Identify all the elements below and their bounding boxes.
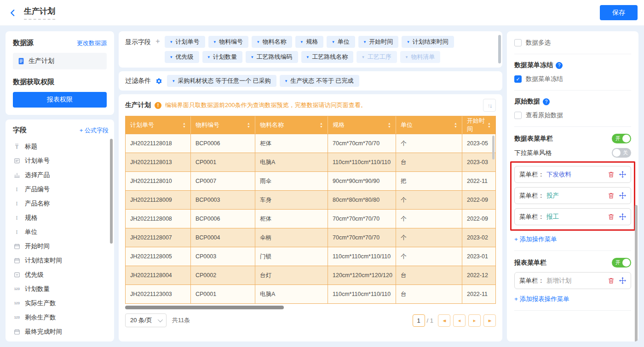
sort-carets-icon[interactable]: ▲▼ [320,122,323,128]
main-column: 显示字段 + ▾计划单号▾物料编号▾物料名称▾规格▾单位▾开始时间▾计划结束时间… [119,31,502,341]
help-icon[interactable]: ? [543,98,550,105]
menu-bar-item[interactable]: 菜单栏：报工 [514,208,631,225]
table-row[interactable]: JH20221128010CP0007雨伞90cm*90cm*90/90把202… [126,171,495,190]
add-formula-field-link[interactable]: + 公式字段 [80,126,109,135]
back-button[interactable] [6,6,19,19]
sort-carets-icon[interactable]: ▲▼ [247,122,250,128]
table-row[interactable]: JH20221128004CP0002台灯120cm*120cm*120/120… [126,266,495,284]
display-panel-scrollbar[interactable] [498,35,501,63]
field-item[interactable]: I规格 [13,210,109,225]
fields-scrollbar[interactable] [110,139,113,244]
table-row[interactable]: JH20221128018BCP0006柜体70cm*70cm*70/70个20… [126,134,495,153]
field-item[interactable]: I产品名称 [13,196,109,210]
menu-bar-name[interactable]: 投产 [546,192,559,200]
move-icon[interactable] [619,171,626,178]
column-header[interactable]: 物料编号▲▼ [191,116,255,134]
filter-condition-tag[interactable]: ▾生产状态 不等于 已完成 [280,75,359,87]
field-item[interactable]: 选择产品 [13,168,109,182]
table-vertical-scrollbar[interactable] [492,136,494,159]
display-field-tag[interactable]: ▾物料编号 [208,36,249,48]
current-page-box[interactable]: 1 [413,314,425,327]
last-page-button[interactable]: ▸▸ [483,314,496,327]
field-item[interactable]: 计划单号 [13,154,109,168]
field-item[interactable]: T标题 [13,139,109,154]
table-row[interactable]: JH20221128013CP0001电脑A110cm*110cm*110/11… [126,153,495,171]
trash-icon[interactable] [608,213,615,220]
field-item-label: 实际生产数 [25,299,56,307]
datasource-item[interactable]: 生产计划 [13,53,107,69]
report-permission-button[interactable]: 报表权限 [13,92,107,108]
display-field-tag[interactable]: ▾物料清单 [400,51,441,63]
menu-bar-item[interactable]: 菜单栏：投产 [514,187,631,204]
menu-bar-item[interactable]: 菜单栏：新增计划 [514,272,631,289]
display-field-tag[interactable]: ▾计划结束时间 [402,36,454,48]
first-page-button[interactable]: ◂◂ [438,314,450,327]
sort-carets-icon[interactable]: ▲▼ [454,122,457,128]
table-row[interactable]: JH20221128008BCP0006柜体70cm*70cm*70/70个20… [126,209,495,228]
next-page-button[interactable]: ▸ [468,314,481,327]
field-item[interactable]: 123实际生产数 [13,296,109,310]
table-row[interactable]: JH20221128009BCP0003车身80cm*80cm*80/80个20… [126,190,495,209]
field-item[interactable]: I产品编号 [13,182,109,196]
report-menu-toggle[interactable]: 开 [612,258,631,267]
sort-order-button[interactable]: ↑↓ [483,99,496,112]
field-item[interactable]: 计划结束时间 [13,253,109,267]
column-header[interactable]: 单位▲▼ [396,116,462,134]
column-header[interactable]: 规格▲▼ [328,116,396,134]
display-field-tag[interactable]: ▾工艺工序 [356,51,397,63]
sort-carets-icon[interactable]: ▲▼ [183,122,186,128]
column-header[interactable]: 开始时间▲▼ [462,116,495,134]
add-action-menu-link[interactable]: + 添加操作菜单 [514,235,557,244]
settings-scrollbar[interactable] [635,205,638,341]
filter-condition-tag[interactable]: ▾采购耗材状态 等于任意一个 已采购 [167,75,276,87]
field-item[interactable]: 开始时间 [13,239,109,253]
display-field-tag[interactable]: ▾开始时间 [358,36,399,48]
trash-icon[interactable] [608,277,615,284]
raw-data-checkbox[interactable] [514,112,522,119]
dropdown-style-toggle[interactable]: 关 [612,148,631,158]
save-button[interactable]: 保存 [600,5,638,20]
freeze-checkbox[interactable] [514,75,522,83]
field-item[interactable]: 优先级 [13,267,109,282]
display-field-tag[interactable]: ▾单位 [327,36,355,48]
move-icon[interactable] [619,277,626,284]
field-item[interactable]: 123剩余生产数 [13,310,109,324]
display-field-tag[interactable]: ▾优先级 [165,51,199,63]
sort-carets-icon[interactable]: ▲▼ [388,122,391,128]
table-row[interactable]: JH20221123003CP0001电脑A110cm*110cm*110/11… [126,284,495,303]
menu-bar-name[interactable]: 报工 [546,213,559,221]
move-icon[interactable] [619,192,626,199]
field-item[interactable]: I备注 [13,339,109,341]
trash-icon[interactable] [608,192,615,199]
menu-bar-name[interactable]: 新增计划 [546,277,571,285]
display-field-tag[interactable]: ▾工艺路线名称 [301,51,354,63]
multi-select-checkbox[interactable] [514,39,522,46]
field-item[interactable]: 123计划数量 [13,282,109,296]
page-size-select[interactable]: 20 条/页 [125,313,167,327]
table-row[interactable]: JH20221128005CP0003门锁110cm*110cm*110/110… [126,247,495,266]
add-report-menu-link[interactable]: + 添加报表操作菜单 [514,295,569,303]
field-item[interactable]: 最终完成时间 [13,324,109,339]
trash-icon[interactable] [608,171,615,178]
table-row[interactable]: JH20221128007BCP0004伞柄70cm*70cm*70/70个20… [126,228,495,247]
help-icon[interactable]: ? [556,62,563,69]
column-header[interactable]: 物料名称▲▼ [255,116,328,134]
document-icon [17,57,25,65]
add-display-field-button[interactable]: + [155,37,161,63]
horizontal-scrollbar[interactable] [125,306,284,309]
display-field-tag[interactable]: ▾工艺路线编码 [246,51,298,63]
sort-carets-icon[interactable]: ▲▼ [488,122,491,128]
gear-icon[interactable] [155,78,162,85]
column-header[interactable]: 计划单号▲▼ [126,116,191,134]
table-menu-toggle[interactable]: 开 [612,134,631,143]
display-field-tag[interactable]: ▾计划数量 [202,51,243,63]
menu-bar-item[interactable]: 菜单栏：下发收料 [514,166,631,183]
menu-bar-name[interactable]: 下发收料 [546,171,571,179]
field-item[interactable]: I单位 [13,225,109,239]
display-field-tag[interactable]: ▾物料名称 [252,36,292,48]
display-field-tag[interactable]: ▾规格 [295,36,324,48]
display-field-tag[interactable]: ▾计划单号 [165,36,205,48]
prev-page-button[interactable]: ◂ [453,314,466,327]
change-datasource-link[interactable]: 更改数据源 [77,39,107,47]
move-icon[interactable] [619,213,626,220]
